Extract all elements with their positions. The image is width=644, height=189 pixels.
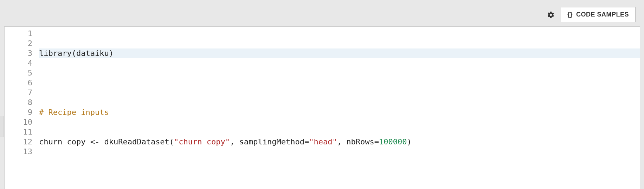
code-line	[39, 167, 640, 176]
line-number: 11	[5, 127, 32, 137]
code-editor[interactable]: 1 2 3 4 5 6 7 8 9 10 11 12 13 library(da…	[4, 26, 640, 189]
line-gutter: 1 2 3 4 5 6 7 8 9 10 11 12 13	[5, 27, 36, 189]
line-number: 8	[5, 98, 32, 107]
code-samples-button[interactable]: {} CODE SAMPLES	[561, 7, 636, 22]
line-number: 12	[5, 137, 32, 147]
editor-container: {} CODE SAMPLES 1 2 3 4 5 6 7 8 9 10 11 …	[0, 0, 644, 189]
line-number: 6	[5, 78, 32, 88]
code-samples-label: CODE SAMPLES	[576, 11, 629, 18]
line-number: 7	[5, 88, 32, 98]
braces-icon: {}	[567, 11, 573, 18]
code-line	[39, 78, 640, 88]
line-number: 10	[5, 117, 32, 127]
code-area[interactable]: library(dataiku) # Recipe inputs churn_c…	[36, 27, 640, 189]
line-number: 3	[5, 48, 32, 58]
code-line: churn_copy <- dkuReadDataset("churn_copy…	[39, 137, 640, 147]
left-panel-handle[interactable]	[0, 116, 4, 137]
code-line: # Recipe inputs	[39, 107, 640, 117]
line-number: 4	[5, 58, 32, 68]
toolbar: {} CODE SAMPLES	[4, 4, 640, 26]
line-number: 2	[5, 39, 32, 48]
code-line: library(dataiku)	[39, 48, 640, 58]
line-number: 13	[5, 147, 32, 157]
gear-icon[interactable]	[547, 11, 555, 19]
line-number: 9	[5, 107, 32, 117]
line-number: 1	[5, 29, 32, 39]
line-number: 5	[5, 68, 32, 78]
